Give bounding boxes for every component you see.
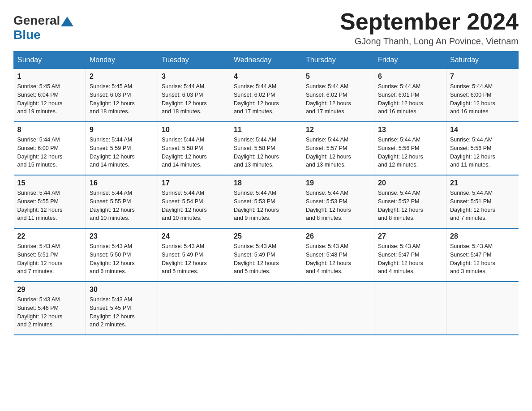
page-header: General Blue September 2024 GJong Thanh,… bbox=[13, 9, 519, 47]
calendar-table: SundayMondayTuesdayWednesdayThursdayFrid… bbox=[13, 51, 519, 335]
day-info: Sunrise: 5:44 AM Sunset: 6:02 PM Dayligh… bbox=[234, 82, 298, 116]
day-of-week-header-wednesday: Wednesday bbox=[230, 51, 302, 69]
day-number: 19 bbox=[306, 179, 370, 187]
day-info: Sunrise: 5:44 AM Sunset: 5:58 PM Dayligh… bbox=[234, 136, 298, 169]
day-info: Sunrise: 5:44 AM Sunset: 5:55 PM Dayligh… bbox=[90, 189, 154, 223]
calendar-week-row: 1Sunrise: 5:45 AM Sunset: 6:04 PM Daylig… bbox=[14, 69, 519, 122]
day-number: 13 bbox=[378, 126, 442, 134]
day-info: Sunrise: 5:44 AM Sunset: 6:01 PM Dayligh… bbox=[378, 82, 442, 116]
day-number: 29 bbox=[17, 286, 82, 294]
day-number: 30 bbox=[90, 286, 154, 294]
logo-triangle-icon bbox=[61, 17, 73, 26]
day-info: Sunrise: 5:43 AM Sunset: 5:46 PM Dayligh… bbox=[17, 295, 82, 329]
month-title: September 2024 bbox=[340, 9, 519, 34]
day-info: Sunrise: 5:44 AM Sunset: 5:56 PM Dayligh… bbox=[450, 136, 515, 169]
day-info: Sunrise: 5:43 AM Sunset: 5:51 PM Dayligh… bbox=[17, 242, 82, 276]
calendar-cell: 15Sunrise: 5:44 AM Sunset: 5:55 PM Dayli… bbox=[14, 175, 86, 228]
day-info: Sunrise: 5:44 AM Sunset: 5:57 PM Dayligh… bbox=[306, 136, 370, 169]
calendar-cell bbox=[158, 282, 230, 335]
day-number: 12 bbox=[306, 126, 370, 134]
day-number: 7 bbox=[450, 73, 515, 81]
day-info: Sunrise: 5:44 AM Sunset: 5:52 PM Dayligh… bbox=[378, 189, 442, 223]
calendar-cell: 2Sunrise: 5:45 AM Sunset: 6:03 PM Daylig… bbox=[86, 69, 158, 122]
calendar-week-row: 15Sunrise: 5:44 AM Sunset: 5:55 PM Dayli… bbox=[14, 175, 519, 228]
calendar-cell: 8Sunrise: 5:44 AM Sunset: 6:00 PM Daylig… bbox=[14, 122, 86, 175]
calendar-cell: 3Sunrise: 5:44 AM Sunset: 6:03 PM Daylig… bbox=[158, 69, 230, 122]
day-info: Sunrise: 5:44 AM Sunset: 5:59 PM Dayligh… bbox=[90, 136, 154, 169]
day-number: 25 bbox=[234, 232, 298, 240]
calendar-body: 1Sunrise: 5:45 AM Sunset: 6:04 PM Daylig… bbox=[14, 69, 519, 335]
day-info: Sunrise: 5:45 AM Sunset: 6:03 PM Dayligh… bbox=[90, 82, 154, 116]
day-number: 14 bbox=[450, 126, 515, 134]
logo: General Blue bbox=[13, 13, 74, 42]
calendar-week-row: 22Sunrise: 5:43 AM Sunset: 5:51 PM Dayli… bbox=[14, 228, 519, 282]
location-subtitle: GJong Thanh, Long An Povince, Vietnam bbox=[340, 36, 519, 47]
title-area: September 2024 GJong Thanh, Long An Povi… bbox=[340, 9, 519, 47]
calendar-cell: 19Sunrise: 5:44 AM Sunset: 5:53 PM Dayli… bbox=[302, 175, 374, 228]
calendar-cell: 18Sunrise: 5:44 AM Sunset: 5:53 PM Dayli… bbox=[230, 175, 302, 228]
day-info: Sunrise: 5:43 AM Sunset: 5:49 PM Dayligh… bbox=[234, 242, 298, 276]
calendar-cell: 11Sunrise: 5:44 AM Sunset: 5:58 PM Dayli… bbox=[230, 122, 302, 175]
calendar-cell: 26Sunrise: 5:43 AM Sunset: 5:48 PM Dayli… bbox=[302, 228, 374, 282]
day-of-week-header-sunday: Sunday bbox=[14, 51, 86, 69]
day-number: 15 bbox=[17, 179, 82, 187]
calendar-header: SundayMondayTuesdayWednesdayThursdayFrid… bbox=[14, 51, 519, 69]
calendar-cell: 7Sunrise: 5:44 AM Sunset: 6:00 PM Daylig… bbox=[446, 69, 519, 122]
day-number: 20 bbox=[378, 179, 442, 187]
calendar-cell: 16Sunrise: 5:44 AM Sunset: 5:55 PM Dayli… bbox=[86, 175, 158, 228]
calendar-cell: 5Sunrise: 5:44 AM Sunset: 6:02 PM Daylig… bbox=[302, 69, 374, 122]
day-info: Sunrise: 5:44 AM Sunset: 5:54 PM Dayligh… bbox=[162, 189, 226, 223]
day-info: Sunrise: 5:44 AM Sunset: 5:51 PM Dayligh… bbox=[450, 189, 515, 223]
day-info: Sunrise: 5:44 AM Sunset: 5:56 PM Dayligh… bbox=[378, 136, 442, 169]
day-number: 28 bbox=[450, 232, 515, 240]
day-info: Sunrise: 5:44 AM Sunset: 5:53 PM Dayligh… bbox=[234, 189, 298, 223]
calendar-cell: 1Sunrise: 5:45 AM Sunset: 6:04 PM Daylig… bbox=[14, 69, 86, 122]
day-number: 9 bbox=[90, 126, 154, 134]
day-number: 2 bbox=[90, 73, 154, 81]
calendar-cell: 20Sunrise: 5:44 AM Sunset: 5:52 PM Dayli… bbox=[374, 175, 446, 228]
calendar-cell: 12Sunrise: 5:44 AM Sunset: 5:57 PM Dayli… bbox=[302, 122, 374, 175]
day-of-week-header-monday: Monday bbox=[86, 51, 158, 69]
day-of-week-header-friday: Friday bbox=[374, 51, 446, 69]
calendar-cell: 23Sunrise: 5:43 AM Sunset: 5:50 PM Dayli… bbox=[86, 228, 158, 282]
day-info: Sunrise: 5:44 AM Sunset: 6:03 PM Dayligh… bbox=[162, 82, 226, 116]
day-info: Sunrise: 5:45 AM Sunset: 6:04 PM Dayligh… bbox=[17, 82, 82, 116]
day-number: 24 bbox=[162, 232, 226, 240]
day-number: 17 bbox=[162, 179, 226, 187]
day-number: 10 bbox=[162, 126, 226, 134]
calendar-cell bbox=[302, 282, 374, 335]
day-info: Sunrise: 5:43 AM Sunset: 5:49 PM Dayligh… bbox=[162, 242, 226, 276]
day-number: 16 bbox=[90, 179, 154, 187]
calendar-cell: 28Sunrise: 5:43 AM Sunset: 5:47 PM Dayli… bbox=[446, 228, 519, 282]
day-number: 23 bbox=[90, 232, 154, 240]
day-of-week-header-thursday: Thursday bbox=[302, 51, 374, 69]
day-number: 21 bbox=[450, 179, 515, 187]
day-info: Sunrise: 5:43 AM Sunset: 5:50 PM Dayligh… bbox=[90, 242, 154, 276]
calendar-cell: 22Sunrise: 5:43 AM Sunset: 5:51 PM Dayli… bbox=[14, 228, 86, 282]
day-number: 11 bbox=[234, 126, 298, 134]
calendar-cell: 10Sunrise: 5:44 AM Sunset: 5:58 PM Dayli… bbox=[158, 122, 230, 175]
day-number: 8 bbox=[17, 126, 82, 134]
day-info: Sunrise: 5:44 AM Sunset: 5:53 PM Dayligh… bbox=[306, 189, 370, 223]
day-info: Sunrise: 5:44 AM Sunset: 6:00 PM Dayligh… bbox=[450, 82, 515, 116]
calendar-cell: 21Sunrise: 5:44 AM Sunset: 5:51 PM Dayli… bbox=[446, 175, 519, 228]
day-number: 6 bbox=[378, 73, 442, 81]
day-info: Sunrise: 5:43 AM Sunset: 5:48 PM Dayligh… bbox=[306, 242, 370, 276]
calendar-week-row: 29Sunrise: 5:43 AM Sunset: 5:46 PM Dayli… bbox=[14, 282, 519, 335]
logo-general-text: General bbox=[13, 13, 60, 28]
calendar-cell bbox=[230, 282, 302, 335]
day-number: 1 bbox=[17, 73, 82, 81]
calendar-cell: 17Sunrise: 5:44 AM Sunset: 5:54 PM Dayli… bbox=[158, 175, 230, 228]
calendar-cell: 4Sunrise: 5:44 AM Sunset: 6:02 PM Daylig… bbox=[230, 69, 302, 122]
calendar-cell: 24Sunrise: 5:43 AM Sunset: 5:49 PM Dayli… bbox=[158, 228, 230, 282]
calendar-cell: 9Sunrise: 5:44 AM Sunset: 5:59 PM Daylig… bbox=[86, 122, 158, 175]
day-number: 22 bbox=[17, 232, 82, 240]
day-info: Sunrise: 5:43 AM Sunset: 5:47 PM Dayligh… bbox=[450, 242, 515, 276]
day-info: Sunrise: 5:43 AM Sunset: 5:47 PM Dayligh… bbox=[378, 242, 442, 276]
day-number: 26 bbox=[306, 232, 370, 240]
calendar-cell: 14Sunrise: 5:44 AM Sunset: 5:56 PM Dayli… bbox=[446, 122, 519, 175]
calendar-cell: 25Sunrise: 5:43 AM Sunset: 5:49 PM Dayli… bbox=[230, 228, 302, 282]
day-info: Sunrise: 5:44 AM Sunset: 5:58 PM Dayligh… bbox=[162, 136, 226, 169]
logo-blue-text: Blue bbox=[13, 28, 41, 42]
calendar-cell: 13Sunrise: 5:44 AM Sunset: 5:56 PM Dayli… bbox=[374, 122, 446, 175]
